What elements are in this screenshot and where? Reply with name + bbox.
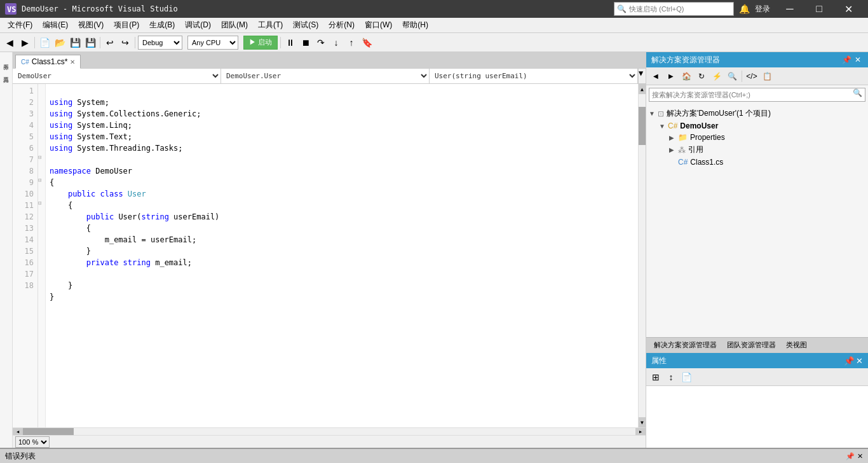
minimize-button[interactable]: ─ <box>775 0 804 18</box>
menu-build[interactable]: 生成(B) <box>144 18 180 32</box>
se-forward-button[interactable]: ▶ <box>664 69 678 83</box>
se-sync-button[interactable]: ⚡ <box>710 69 724 83</box>
error-header: 错误列表 📌 ✕ <box>0 449 868 463</box>
scrollbar-thumb[interactable] <box>639 107 646 145</box>
menu-window[interactable]: 窗口(W) <box>360 18 397 32</box>
properties-arrow[interactable]: ▶ <box>669 134 675 141</box>
menu-debug[interactable]: 调试(D) <box>180 18 216 32</box>
member-dropdown[interactable]: DemoUser.User <box>221 69 430 83</box>
close-button[interactable]: ✕ <box>834 0 863 18</box>
step-over-button[interactable]: ↷ <box>314 36 328 50</box>
hscroll-left[interactable]: ◀ <box>13 428 23 436</box>
menu-test[interactable]: 测试(S) <box>288 18 323 32</box>
platform-select[interactable]: Any CPU x86 x64 <box>187 36 238 50</box>
se-pin-button[interactable]: 📌 <box>841 55 851 64</box>
bookmark-button[interactable]: 🔖 <box>360 36 374 50</box>
step-into-button[interactable]: ↓ <box>329 36 343 50</box>
tree-references[interactable]: ▶ ⁂ 引用 <box>669 143 865 156</box>
tree-class1[interactable]: C# Class1.cs <box>669 156 865 168</box>
se-search-box[interactable]: 🔍 <box>649 88 865 102</box>
prop-proppage-button[interactable]: 📄 <box>679 370 693 384</box>
menu-help[interactable]: 帮助(H) <box>397 18 433 32</box>
quick-search-input[interactable] <box>629 5 731 13</box>
quick-search-box[interactable]: 🔍 <box>614 2 734 16</box>
se-header: 解决方案资源管理器 📌 ✕ <box>646 52 868 67</box>
line-num-15: 15 <box>13 245 37 257</box>
forward-button[interactable]: ▶ <box>18 36 32 50</box>
menu-team[interactable]: 团队(M) <box>216 18 253 32</box>
redo-button[interactable]: ↪ <box>118 36 132 50</box>
se-close-button[interactable]: ✕ <box>853 55 863 64</box>
new-file-button[interactable]: 📄 <box>37 36 51 50</box>
toolbar-sep4 <box>280 37 281 48</box>
se-filter-button[interactable]: 🔍 <box>725 69 739 83</box>
menu-tools[interactable]: 工具(T) <box>253 18 288 32</box>
sidebar-server-explorer[interactable]: 服务 <box>1 54 12 66</box>
start-button[interactable]: ▶ 启动 <box>243 36 278 50</box>
editor-hscrollbar[interactable]: ◀ ▶ <box>13 427 646 435</box>
editor-vscrollbar[interactable]: ▲ ▼ <box>638 84 646 427</box>
undo-button[interactable]: ↩ <box>103 36 117 50</box>
dropdown-scroll[interactable]: ▼ <box>638 69 646 83</box>
menu-project[interactable]: 项目(P) <box>109 18 144 32</box>
editor-area: C# Class1.cs* ✕ DemoUser DemoUser.User U… <box>13 52 646 448</box>
error-close-button[interactable]: ✕ <box>857 452 863 460</box>
menu-edit[interactable]: 编辑(E) <box>37 18 73 32</box>
login-button[interactable]: 登录 <box>755 4 770 15</box>
hscroll-right[interactable]: ▶ <box>635 428 646 436</box>
tree-project[interactable]: ▼ C# DemoUser <box>659 120 865 132</box>
zoom-select[interactable]: 100 % 75 % 150 % <box>15 436 50 448</box>
sidebar-toolbox[interactable]: 工具箱 <box>1 67 12 78</box>
se-code-button[interactable]: </> <box>745 69 759 83</box>
references-arrow[interactable]: ▶ <box>669 146 675 153</box>
menu-view[interactable]: 视图(V) <box>73 18 109 32</box>
se-search-input[interactable] <box>649 88 850 101</box>
line-num-11: 11 <box>13 200 37 211</box>
fold-method[interactable]: ⊟ <box>38 200 45 211</box>
menu-file[interactable]: 文件(F) <box>3 18 37 32</box>
solution-arrow[interactable]: ▼ <box>649 110 655 117</box>
se-prop-button[interactable]: 📋 <box>760 69 774 83</box>
se-tab-classview[interactable]: 类视图 <box>781 339 812 351</box>
stop-button[interactable]: ⏹ <box>299 36 313 50</box>
method-dropdown[interactable]: User(string userEmail) <box>430 69 638 83</box>
step-out-button[interactable]: ↑ <box>344 36 358 50</box>
se-bottom-tabs: 解决方案资源管理器 团队资源管理器 类视图 <box>646 337 868 352</box>
se-home-button[interactable]: 🏠 <box>679 69 693 83</box>
pause-button[interactable]: ⏸ <box>283 36 297 50</box>
fold-namespace[interactable]: ⊟ <box>38 154 45 165</box>
scrollbar-down[interactable]: ▼ <box>639 417 646 427</box>
editor-tab-class1[interactable]: C# Class1.cs* ✕ <box>15 55 81 69</box>
debug-config-select[interactable]: Debug Release <box>138 36 182 50</box>
prop-toolbar: ⊞ ↕ 📄 <box>646 368 868 386</box>
main-area: 服务 工具箱 C# Class1.cs* ✕ DemoUser DemoUser… <box>0 52 868 448</box>
save-all-button[interactable]: 💾 <box>83 36 97 50</box>
prop-pin-button[interactable]: 📌 <box>844 356 855 366</box>
tab-close-button[interactable]: ✕ <box>70 59 75 66</box>
se-tab-team[interactable]: 团队资源管理器 <box>722 339 781 351</box>
hscroll-thumb[interactable] <box>23 428 74 436</box>
scrollbar-up[interactable]: ▲ <box>639 84 646 94</box>
notification-icon[interactable]: 🔔 <box>739 4 750 14</box>
se-back-button[interactable]: ◀ <box>649 69 663 83</box>
tree-solution[interactable]: ▼ ⊡ 解决方案'DemoUser'(1 个项目) <box>649 107 865 120</box>
prop-categories-button[interactable]: ⊞ <box>649 370 663 384</box>
project-arrow[interactable]: ▼ <box>659 123 665 130</box>
tree-properties[interactable]: ▶ 📁 Properties <box>669 132 865 143</box>
type-dropdown[interactable]: DemoUser <box>13 69 221 83</box>
save-button[interactable]: 💾 <box>68 36 82 50</box>
prop-close-button[interactable]: ✕ <box>856 356 863 366</box>
se-search-icon: 🔍 <box>850 88 865 101</box>
title-left: VS DemoUser - Microsoft Visual Studio <box>5 3 178 15</box>
se-tab-solution[interactable]: 解决方案资源管理器 <box>649 339 722 351</box>
se-sep <box>742 71 742 82</box>
open-button[interactable]: 📂 <box>53 36 67 50</box>
code-text[interactable]: using System; using System.Collections.G… <box>46 84 638 427</box>
prop-alpha-button[interactable]: ↕ <box>664 370 678 384</box>
maximize-button[interactable]: □ <box>804 0 834 18</box>
error-pin-button[interactable]: 📌 <box>846 452 855 460</box>
back-button[interactable]: ◀ <box>3 36 17 50</box>
menu-analyze[interactable]: 分析(N) <box>323 18 360 32</box>
fold-class[interactable]: ⊟ <box>38 177 45 188</box>
se-refresh-button[interactable]: ↻ <box>695 69 709 83</box>
